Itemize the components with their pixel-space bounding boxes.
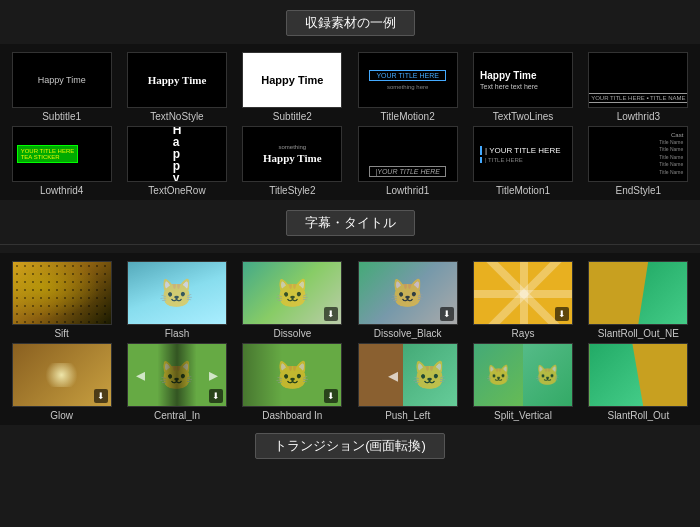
trans-label-slantroll-out: SlantRoll_Out — [607, 410, 669, 421]
title-item-endstyle1[interactable]: Cast Title NameTitle NameTitle NameTitle… — [583, 126, 694, 196]
texttwolines-sub: Text here text here — [480, 83, 538, 90]
trans-item-central-in[interactable]: 🐱 ◂ ▸ ⬇ Central_In — [121, 343, 232, 421]
titlestyle2-sub: something — [278, 144, 306, 150]
section-label-box-top: 収録素材の一例 — [286, 10, 415, 36]
title-item-titlemotion2[interactable]: YOUR TITLE HERE something here TitleMoti… — [352, 52, 463, 122]
trans-thumb-sift — [12, 261, 112, 325]
trans-label-slantroll-out-ne: SlantRoll_Out_NE — [598, 328, 679, 339]
splitvertical-right: 🐱 — [523, 344, 572, 406]
endstyle1-cast: Cast — [671, 132, 683, 138]
svg-line-1 — [524, 262, 559, 294]
trans-item-dashboard-in[interactable]: 🐱 ⬇ Dashboard In — [237, 343, 348, 421]
flash-bg: 🐱 — [128, 262, 226, 324]
flash-cat: 🐱 — [128, 262, 226, 324]
splitvertical-left: 🐱 — [474, 344, 523, 406]
title-item-subtitle2[interactable]: Happy Time Subtitle2 — [237, 52, 348, 122]
pushleft-inner: 🐱 — [403, 344, 457, 406]
trans-label-flash: Flash — [165, 328, 189, 339]
trans-label-dissolve-black: Dissolve_Black — [374, 328, 442, 339]
title-item-titlestyle2[interactable]: something Happy Time TitleStyle2 — [237, 126, 348, 196]
titles-grid: Happy Time Subtitle1 Happy Time TextNoSt… — [6, 52, 694, 196]
title-item-textonerow[interactable]: Happy TextOneRow — [121, 126, 232, 196]
title-label-texttwolines: TextTwoLines — [493, 111, 554, 122]
divider — [0, 244, 700, 245]
title-label-subtitle2: Subtitle2 — [273, 111, 312, 122]
title-label-titlemotion1: TitleMotion1 — [496, 185, 550, 196]
dissolve-black-download-icon: ⬇ — [440, 307, 454, 321]
rays-download-icon: ⬇ — [555, 307, 569, 321]
title-thumb-textnostyle: Happy Time — [127, 52, 227, 108]
lowthrid3-preview: YOUR TITLE HERE ▪ TITLE NAME — [589, 53, 687, 107]
endstyle1-names: Title NameTitle NameTitle NameTitle Name… — [659, 139, 683, 177]
trans-item-sift[interactable]: Sift — [6, 261, 117, 339]
slantroll-ne-bg — [589, 262, 687, 324]
trans-item-push-left[interactable]: 🐱 ◂ Push_Left — [352, 343, 463, 421]
trans-thumb-dissolve: 🐱 ⬇ — [242, 261, 342, 325]
transitions-grid: Sift 🐱 Flash 🐱 ⬇ Dissolve — [6, 261, 694, 421]
title-item-lowthrid4[interactable]: YOUR TITLE HERETEA STICKER Lowthrid4 — [6, 126, 117, 196]
glow-download-icon: ⬇ — [94, 389, 108, 403]
trans-label-rays: Rays — [512, 328, 535, 339]
trans-item-glow[interactable]: ⬇ Glow — [6, 343, 117, 421]
title-label-subtitle1: Subtitle1 — [42, 111, 81, 122]
section-label-top: 収録素材の一例 — [0, 10, 700, 36]
titlemotion1-preview: | YOUR TITLE HERE | TITLE HERE — [474, 127, 572, 181]
title-thumb-lowthrid4: YOUR TITLE HERETEA STICKER — [12, 126, 112, 182]
title-thumb-subtitle2: Happy Time — [242, 52, 342, 108]
title-item-textnostyle[interactable]: Happy Time TextNoStyle — [121, 52, 232, 122]
trans-item-slantroll-out[interactable]: SlantRoll_Out — [583, 343, 694, 421]
svg-line-3 — [524, 294, 559, 324]
titlemotion2-preview: YOUR TITLE HERE something here — [359, 53, 457, 107]
title-thumb-lowthrid3: YOUR TITLE HERE ▪ TITLE NAME — [588, 52, 688, 108]
trans-thumb-dashboard-in: 🐱 ⬇ — [242, 343, 342, 407]
title-item-titlemotion1[interactable]: | YOUR TITLE HERE | TITLE HERE TitleMoti… — [467, 126, 578, 196]
trans-thumb-slantroll-out — [588, 343, 688, 407]
texttwolines-preview: Happy Time Text here text here — [474, 53, 572, 107]
trans-thumb-central-in: 🐱 ◂ ▸ ⬇ — [127, 343, 227, 407]
titlemotion2-sub: something here — [387, 84, 428, 90]
centralin-arrow-left: ◂ — [136, 364, 145, 386]
title-label-textnostyle: TextNoStyle — [150, 111, 203, 122]
section-label-box-transition: トランジション(画面転換) — [255, 433, 445, 459]
titles-section: Happy Time Subtitle1 Happy Time TextNoSt… — [0, 44, 700, 200]
slantrollout-bg — [589, 344, 687, 406]
splitvertical-cat-left: 🐱 — [474, 344, 523, 406]
trans-item-dissolve-black[interactable]: 🐱 ⬇ Dissolve_Black — [352, 261, 463, 339]
titlemotion2-title: YOUR TITLE HERE — [369, 70, 446, 81]
pushleft-bg: 🐱 ◂ — [359, 344, 457, 406]
titlestyle2-preview: something Happy Time — [243, 127, 341, 181]
trans-label-glow: Glow — [50, 410, 73, 421]
trans-label-split-vertical: Split_Vertical — [494, 410, 552, 421]
title-item-texttwolines[interactable]: Happy Time Text here text here TextTwoLi… — [467, 52, 578, 122]
trans-thumb-flash: 🐱 — [127, 261, 227, 325]
trans-item-split-vertical[interactable]: 🐱 🐱 Split_Vertical — [467, 343, 578, 421]
title-item-subtitle1[interactable]: Happy Time Subtitle1 — [6, 52, 117, 122]
title-item-lowthrid1[interactable]: |YOUR TITLE HERE Lowthrid1 — [352, 126, 463, 196]
trans-label-central-in: Central_In — [154, 410, 200, 421]
pushleft-arrow: ◂ — [388, 363, 398, 387]
trans-thumb-split-vertical: 🐱 🐱 — [473, 343, 573, 407]
texttwolines-main: Happy Time — [480, 70, 537, 81]
title-label-titlemotion2: TitleMotion2 — [381, 111, 435, 122]
trans-label-sift: Sift — [54, 328, 68, 339]
subtitle2-preview: Happy Time — [243, 53, 341, 107]
lowthrid4-preview: YOUR TITLE HERETEA STICKER — [13, 127, 111, 181]
trans-item-rays[interactable]: ⬇ Rays — [467, 261, 578, 339]
trans-item-flash[interactable]: 🐱 Flash — [121, 261, 232, 339]
dashboardin-download-icon: ⬇ — [324, 389, 338, 403]
trans-thumb-slantroll-out-ne — [588, 261, 688, 325]
titlemotion1-main: | YOUR TITLE HERE — [480, 146, 561, 155]
title-label-lowthrid4: Lowthrid4 — [40, 185, 83, 196]
splitvertical-cat-right: 🐱 — [523, 344, 572, 406]
trans-item-slantroll-out-ne[interactable]: SlantRoll_Out_NE — [583, 261, 694, 339]
title-item-lowthrid3[interactable]: YOUR TITLE HERE ▪ TITLE NAME Lowthrid3 — [583, 52, 694, 122]
title-label-endstyle1: EndStyle1 — [616, 185, 662, 196]
title-thumb-texttwolines: Happy Time Text here text here — [473, 52, 573, 108]
lowthrid1-text: |YOUR TITLE HERE — [369, 166, 445, 177]
title-label-textonerow: TextOneRow — [148, 185, 205, 196]
trans-item-dissolve[interactable]: 🐱 ⬇ Dissolve — [237, 261, 348, 339]
titlestyle2-main: Happy Time — [263, 152, 322, 164]
titlemotion1-sub: | TITLE HERE — [480, 157, 523, 163]
endstyle1-preview: Cast Title NameTitle NameTitle NameTitle… — [589, 127, 687, 181]
trans-label-dissolve: Dissolve — [273, 328, 311, 339]
